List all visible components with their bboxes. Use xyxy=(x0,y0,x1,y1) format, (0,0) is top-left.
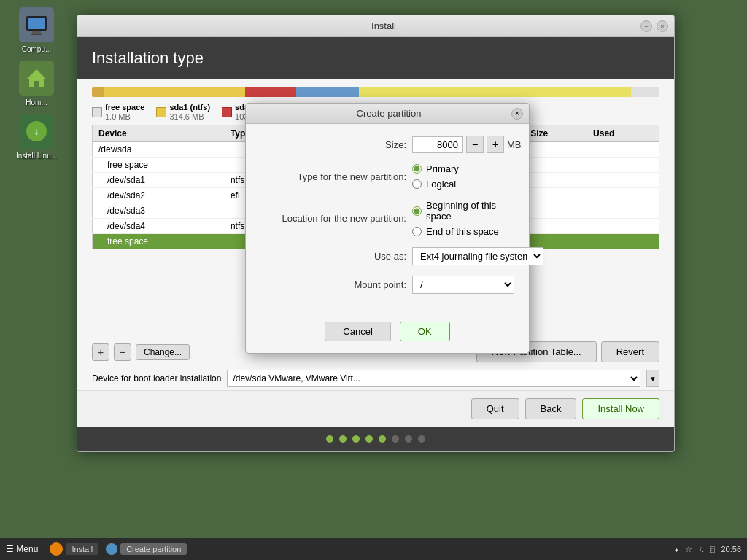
partition-type-label: Type for the new partition: xyxy=(260,171,406,182)
close-button[interactable]: × xyxy=(657,20,668,32)
radio-primary-input[interactable] xyxy=(412,164,422,174)
size-row: Size: − + MB xyxy=(260,136,514,153)
window-controls: − × xyxy=(640,20,668,32)
radio-end-label: End of this space xyxy=(426,226,499,237)
dot-5 xyxy=(379,435,386,443)
size-increase-button[interactable]: + xyxy=(487,136,504,153)
radio-end[interactable]: End of this space xyxy=(412,226,514,237)
use-as-select[interactable]: Ext4 journaling file system Ext3 journal… xyxy=(412,247,543,265)
taskbar-create-partition-app[interactable]: Create partition xyxy=(120,543,187,555)
quit-button[interactable]: Quit xyxy=(471,398,519,419)
install-now-button[interactable]: Install Now xyxy=(582,398,659,419)
bluetooth-icon: ☆ xyxy=(685,545,692,554)
radio-beginning-label: Beginning of this space xyxy=(426,200,514,222)
cell-device: /dev/sda1 xyxy=(93,173,225,188)
window-title: Install xyxy=(127,20,640,31)
dialog-body: Size: − + MB Type for the new partition: xyxy=(246,124,529,316)
taskbar-install-label: Install xyxy=(71,545,93,553)
audio-icon: ♫ xyxy=(698,545,704,553)
svg-marker-4 xyxy=(26,69,47,87)
install-icon-label: Install Linu... xyxy=(16,152,57,160)
desktop-icon-computer[interactable]: Compu... xyxy=(15,7,58,53)
radio-end-input[interactable] xyxy=(412,227,422,236)
mount-point-row: Mount point: / /boot /home /tmp xyxy=(260,276,514,294)
size-input[interactable] xyxy=(412,136,463,153)
use-as-label: Use as: xyxy=(260,251,406,262)
radio-logical-input[interactable] xyxy=(412,179,422,189)
back-button[interactable]: Back xyxy=(525,398,577,419)
radio-primary[interactable]: Primary xyxy=(412,163,459,174)
desktop-icon-install[interactable]: ↓ Install Linu... xyxy=(15,114,58,160)
svg-text:↓: ↓ xyxy=(34,125,39,137)
install-icon: ↓ xyxy=(19,114,54,149)
cell-device-selected: free space xyxy=(93,234,225,249)
dot-3 xyxy=(352,435,360,443)
cancel-button[interactable]: Cancel xyxy=(325,322,390,341)
change-partition-button[interactable]: Change... xyxy=(136,344,190,360)
network-icon: ⬧ xyxy=(674,545,679,553)
svg-rect-3 xyxy=(31,34,42,35)
sidebar-icons: Compu... Hom... ↓ Install Linu... xyxy=(0,0,73,160)
dot-7 xyxy=(405,435,412,443)
desktop-icon-home[interactable]: Hom... xyxy=(15,61,58,106)
dot-8 xyxy=(418,435,425,443)
install-taskbar-icon xyxy=(50,542,63,556)
legend-free1: free space 1.0 MB xyxy=(92,103,144,121)
radio-logical-label: Logical xyxy=(426,179,456,190)
legend-size-sda1: 314.6 MB xyxy=(169,112,210,121)
dot-1 xyxy=(326,435,333,443)
page-title: Installation type xyxy=(92,49,204,67)
boot-loader-select[interactable]: /dev/sda VMware, VMware Virt... xyxy=(227,370,640,387)
pb-free1 xyxy=(92,87,104,97)
window-titlebar: Install − × xyxy=(77,15,674,37)
dialog-close-button[interactable]: × xyxy=(511,108,523,120)
size-decrease-button[interactable]: − xyxy=(466,136,484,153)
taskbar: ☰ Menu Install Create partition ⬧ ☆ ♫ ⌻ … xyxy=(0,538,747,560)
radio-beginning-input[interactable] xyxy=(412,206,422,216)
size-input-group: − + MB xyxy=(412,136,522,153)
create-partition-taskbar-icon xyxy=(106,543,117,555)
cell-device: /dev/sda4 xyxy=(93,219,225,234)
taskbar-left: ☰ Menu Install Create partition xyxy=(0,542,193,556)
location-options: Beginning of this space End of this spac… xyxy=(412,200,514,237)
remove-partition-button[interactable]: − xyxy=(114,343,131,361)
revert-button[interactable]: Revert xyxy=(601,341,659,362)
boot-loader-row: Device for boot loader installation /dev… xyxy=(77,367,674,390)
minimize-button[interactable]: − xyxy=(640,20,652,32)
create-partition-dialog: Create partition × Size: − + MB xyxy=(245,103,530,354)
dot-2 xyxy=(339,435,347,443)
radio-primary-label: Primary xyxy=(426,163,459,174)
ok-button[interactable]: OK xyxy=(400,322,450,341)
taskbar-menu-button[interactable]: ☰ Menu xyxy=(6,544,38,554)
radio-beginning[interactable]: Beginning of this space xyxy=(412,200,514,222)
taskbar-install-app[interactable]: Install xyxy=(66,543,98,555)
add-partition-button[interactable]: + xyxy=(92,343,109,361)
size-unit: MB xyxy=(507,139,522,150)
clock: 20:56 xyxy=(721,545,741,553)
svg-rect-2 xyxy=(32,31,41,34)
dot-4 xyxy=(365,435,373,443)
size-label: Size: xyxy=(260,139,406,150)
dot-6 xyxy=(392,435,399,443)
battery-icon: ⌻ xyxy=(710,545,715,553)
window-footer: Quit Back Install Now xyxy=(77,390,674,427)
cell-device: /dev/sda xyxy=(93,142,225,158)
legend-name-sda1: sda1 (ntfs) xyxy=(169,103,210,112)
dialog-titlebar: Create partition × xyxy=(246,104,529,124)
boot-loader-dropdown-arrow[interactable]: ▼ xyxy=(646,370,659,387)
svg-rect-1 xyxy=(28,18,45,29)
col-size: Size xyxy=(525,125,587,142)
col-used: Used xyxy=(587,125,659,142)
pb-free2 xyxy=(631,87,659,97)
pb-sda2 xyxy=(245,87,296,97)
computer-icon xyxy=(19,7,54,42)
install-header: Installation type xyxy=(77,37,674,79)
radio-logical[interactable]: Logical xyxy=(412,179,459,190)
legend-color-sda1 xyxy=(156,107,166,117)
location-row: Location for the new partition: Beginnin… xyxy=(260,200,514,237)
pb-sda3 xyxy=(296,87,359,97)
legend-color-sda2 xyxy=(222,107,232,117)
pb-sda1 xyxy=(104,87,246,97)
mount-point-select[interactable]: / /boot /home /tmp xyxy=(412,276,514,294)
computer-icon-label: Compu... xyxy=(22,45,52,53)
